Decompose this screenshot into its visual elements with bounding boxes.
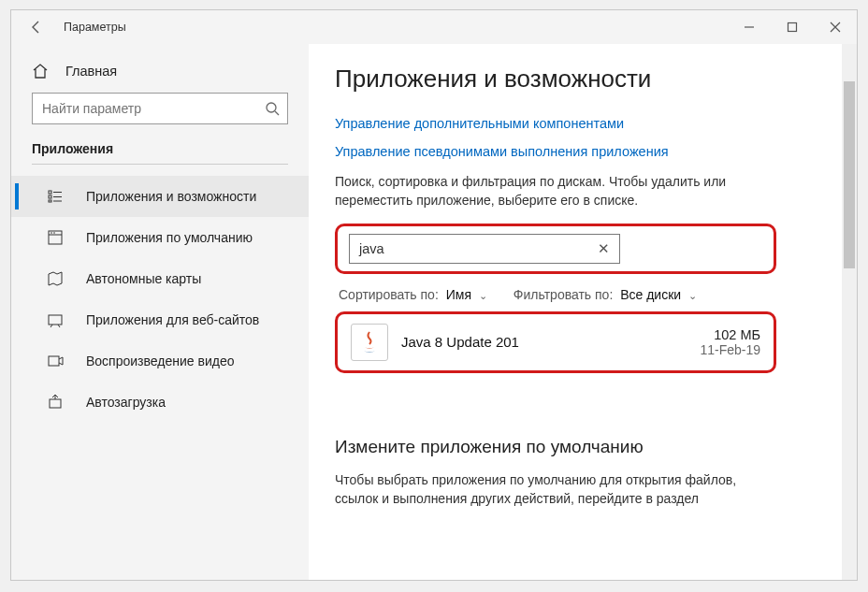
window-controls [728,10,857,44]
svg-rect-15 [49,356,59,366]
search-icon [265,101,280,116]
svg-rect-5 [49,195,51,198]
main-panel: Приложения и возможности Управление допо… [309,44,857,580]
svg-rect-14 [49,315,62,325]
maximize-button[interactable] [771,10,814,44]
sort-dropdown[interactable]: Сортировать по: Имя ⌄ [339,287,487,302]
chevron-down-icon: ⌄ [688,290,697,301]
scrollbar[interactable] [842,44,857,580]
page-title: Приложения и возможности [335,65,819,94]
sidebar-item-startup[interactable]: Автозагрузка [11,382,309,423]
section-heading: Измените приложения по умолчанию [335,437,819,457]
description-text: Поиск, сортировка и фильтрация по дискам… [335,172,774,210]
svg-line-3 [275,111,279,115]
nav-label: Автозагрузка [86,395,166,410]
nav-label: Автономные карты [86,271,201,286]
app-meta: 102 МБ 11-Feb-19 [700,327,760,357]
nav-label: Воспроизведение видео [86,354,234,368]
svg-rect-10 [49,231,62,244]
map-icon [47,270,65,287]
svg-rect-16 [50,399,61,408]
java-icon [351,324,388,361]
titlebar: Параметры [11,10,857,44]
filter-dropdown[interactable]: Фильтровать по: Все диски ⌄ [514,287,697,302]
window-title: Параметры [64,21,126,34]
default-apps-section: Измените приложения по умолчанию Чтобы в… [335,437,819,509]
app-info: Java 8 Update 201 [401,334,700,350]
svg-point-13 [53,232,55,234]
sidebar-nav: Приложения и возможности Приложения по у… [11,172,309,423]
link-execution-aliases[interactable]: Управление псевдонимами выполнения прило… [335,144,819,159]
video-icon [47,353,65,369]
svg-rect-1 [788,23,797,32]
back-button[interactable] [22,13,51,41]
startup-icon [47,394,65,411]
defaults-icon [47,229,65,246]
home-icon [32,63,49,79]
home-label: Главная [65,64,117,79]
link-icon [47,311,65,328]
clear-icon[interactable]: ✕ [593,240,614,257]
nav-label: Приложения и возможности [86,189,256,204]
sidebar-item-offline-maps[interactable]: Автономные карты [11,258,309,299]
sidebar-item-home[interactable]: Главная [11,57,309,93]
list-icon [47,188,65,205]
app-name: Java 8 Update 201 [401,334,700,350]
nav-label: Приложения по умолчанию [86,230,253,245]
sidebar-search-field[interactable] [42,101,265,116]
chevron-down-icon: ⌄ [479,290,487,301]
app-search-input[interactable]: java ✕ [349,234,620,264]
sidebar-group-label: Приложения [11,141,309,164]
scrollbar-thumb[interactable] [844,81,855,268]
svg-rect-4 [49,191,51,194]
app-search-value: java [359,241,593,256]
app-date: 11-Feb-19 [700,342,760,357]
sidebar-search-input[interactable] [32,93,288,124]
app-list-item[interactable]: Java 8 Update 201 102 МБ 11-Feb-19 [335,311,776,373]
nav-label: Приложения для веб-сайтов [86,312,259,327]
sidebar: Главная Приложения Приложения и возмож [11,44,309,580]
svg-rect-6 [49,200,51,202]
link-optional-features[interactable]: Управление дополнительными компонентами [335,116,819,131]
minimize-button[interactable] [728,10,771,44]
sidebar-item-video-playback[interactable]: Воспроизведение видео [11,340,309,382]
app-size: 102 МБ [700,327,760,342]
svg-point-2 [267,103,276,112]
sidebar-item-apps-features[interactable]: Приложения и возможности [11,176,309,217]
search-highlight: java ✕ [335,224,776,274]
close-button[interactable] [814,10,857,44]
sidebar-item-default-apps[interactable]: Приложения по умолчанию [11,217,309,258]
svg-point-12 [51,232,52,234]
section-text: Чтобы выбрать приложения по умолчанию дл… [335,470,774,509]
sort-filter-row: Сортировать по: Имя ⌄ Фильтровать по: Вс… [335,280,819,311]
settings-window: Параметры Главная [10,9,858,581]
sidebar-item-web-apps[interactable]: Приложения для веб-сайтов [11,299,309,340]
